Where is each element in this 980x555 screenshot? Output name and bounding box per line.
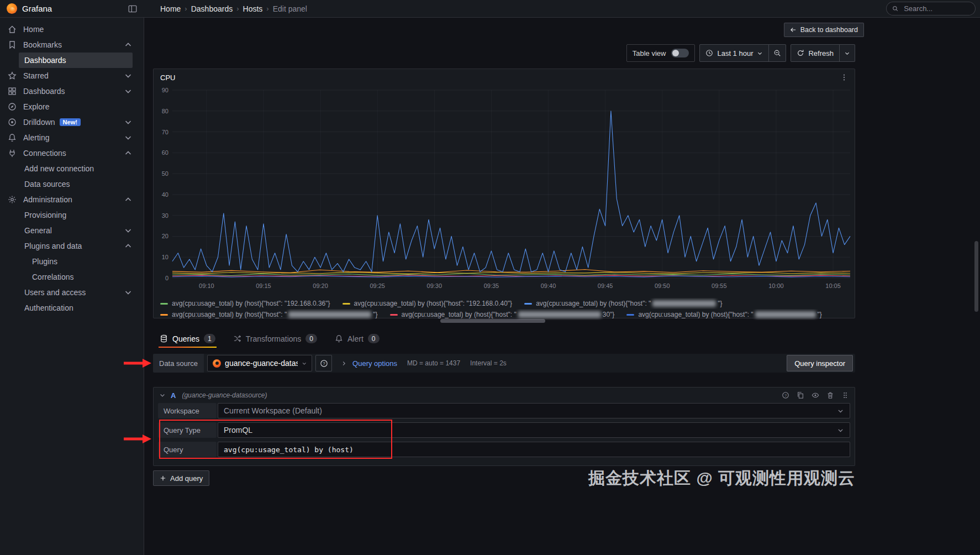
sidebar-item-alerting[interactable]: Alerting (0, 130, 144, 145)
svg-text:09:40: 09:40 (541, 282, 556, 289)
query-type-label: Query Type (158, 422, 217, 438)
sidebar-item-bookmarks[interactable]: Bookmarks (0, 37, 144, 53)
sidebar-item-authentication[interactable]: Authentication (0, 300, 144, 316)
sidebar-toggle-icon[interactable] (128, 4, 138, 14)
tab-count-badge: 1 (204, 334, 215, 343)
refresh-controls: Refresh (791, 44, 855, 62)
bell-icon (335, 334, 343, 343)
sidebar-item-data-sources[interactable]: Data sources (0, 176, 144, 192)
tab-count-badge: 0 (368, 334, 380, 343)
toggle-visibility-icon[interactable] (812, 391, 819, 399)
breadcrumb-item[interactable]: Dashboards (191, 4, 233, 13)
legend-label: avg(cpu:usage_total) by (host){"host": "… (354, 300, 513, 307)
query-ref-id: A (171, 391, 176, 400)
sidebar-item-label: Bookmarks (23, 40, 62, 49)
svg-text:80: 80 (162, 108, 168, 114)
legend-label-suffix: "} (373, 311, 377, 318)
breadcrumb-item[interactable]: Home (160, 4, 181, 13)
sidebar-item-add-new-connection[interactable]: Add new connection (0, 161, 144, 176)
back-arrow-icon (790, 27, 797, 33)
sidebar-item-plugins-and-data[interactable]: Plugins and data (0, 238, 144, 254)
sidebar-item-provisioning[interactable]: Provisioning (0, 207, 144, 223)
drag-handle-icon[interactable] (841, 391, 849, 399)
horizontal-scrollbar-thumb[interactable] (440, 319, 545, 323)
time-range-label: Last 1 hour (717, 49, 753, 57)
legend-item-host-redacted-red[interactable]: avg(cpu:usage_total) by (host){"host": "… (390, 311, 615, 318)
legend-label-suffix: "} (818, 311, 822, 318)
query-actions: ? (782, 391, 849, 399)
collapse-chevron-icon[interactable] (159, 392, 166, 399)
sidebar-item-drilldown[interactable]: DrilldownNew! (0, 114, 144, 130)
bookmark-icon (8, 40, 17, 49)
chevron-up-icon (124, 195, 133, 204)
vertical-scrollbar-thumb[interactable] (974, 241, 978, 312)
chart-legend: avg(cpu:usage_total) by (host){"host": "… (154, 297, 855, 320)
svg-text:09:20: 09:20 (313, 282, 328, 289)
query-input[interactable]: avg(cpu:usage_total) by (host) (218, 442, 850, 457)
sidebar-item-dashboards[interactable]: Dashboards (0, 83, 144, 99)
table-view-switch[interactable] (671, 49, 689, 57)
legend-item-host-192-168-0-40[interactable]: avg(cpu:usage_total) by (host){"host": "… (343, 300, 513, 307)
sidebar-item-starred[interactable]: Starred (0, 68, 144, 83)
tab-transformations[interactable]: Transformations0 (232, 329, 318, 348)
legend-item-host-redacted-blue[interactable]: avg(cpu:usage_total) by (host){"host": "… (524, 300, 723, 307)
add-query-label: Add query (170, 474, 203, 483)
sidebar-item-label: Authentication (24, 303, 73, 312)
sidebar-item-correlations[interactable]: Correlations (0, 269, 144, 285)
plug-icon (8, 149, 17, 158)
sidebar-item-users-and-access[interactable]: Users and access (0, 285, 144, 300)
interval-stat: Interval = 2s (470, 359, 507, 367)
cpu-time-series-chart[interactable]: 010203040506070809009:1009:1509:2009:250… (154, 86, 855, 296)
query-type-select[interactable]: PromQL (218, 422, 850, 438)
query-inspector-button[interactable]: Query inspector (787, 355, 853, 371)
workspace-select[interactable]: Current Workspace (Default) (218, 403, 850, 418)
sidebar-item-administration[interactable]: Administration (0, 192, 144, 207)
legend-item-host-redacted-orange[interactable]: avg(cpu:usage_total) by (host){"host": "… (160, 311, 378, 318)
legend-item-host-redacted-navy[interactable]: avg(cpu:usage_total) by (host){"host": "… (626, 311, 822, 318)
sidebar-item-general[interactable]: General (0, 223, 144, 238)
sidebar-item-home[interactable]: Home (0, 22, 144, 37)
drilldown-icon (8, 118, 17, 127)
chevron-down-icon (124, 133, 133, 142)
panel-menu-icon[interactable] (840, 74, 848, 81)
sidebar-item-plugins[interactable]: Plugins (0, 254, 144, 269)
tab-queries[interactable]: Queries1 (159, 329, 217, 348)
sidebar-item-explore[interactable]: Explore (0, 99, 144, 114)
max-data-points-stat: MD = auto = 1437 (407, 359, 460, 367)
zoom-out-button[interactable] (768, 44, 786, 62)
sidebar-item-label: General (24, 226, 52, 235)
search-box[interactable] (886, 2, 976, 15)
duplicate-query-icon[interactable] (797, 391, 804, 399)
legend-item-host-192-168-0-36[interactable]: avg(cpu:usage_total) by (host){"host": "… (160, 300, 330, 307)
tab-alert[interactable]: Alert0 (334, 329, 380, 348)
svg-text:09:35: 09:35 (484, 282, 499, 289)
delete-query-icon[interactable] (826, 391, 834, 399)
query-row: Query avg(cpu:usage_total) by (host) (158, 442, 850, 457)
refresh-interval-dropdown[interactable] (839, 44, 855, 62)
plus-icon (160, 475, 166, 481)
datasource-help-button[interactable]: ? (315, 355, 332, 371)
sidebar-item-label: Correlations (32, 273, 73, 281)
sidebar-item-label: Administration (23, 195, 72, 204)
legend-series-color (524, 303, 532, 305)
legend-series-color (390, 314, 398, 316)
sidebar-item-label: Drilldown (23, 118, 55, 127)
query-options-toggle[interactable]: Query options MD = auto = 1437 Interval … (341, 359, 507, 368)
breadcrumb-item[interactable]: Hosts (243, 4, 263, 13)
search-input[interactable] (903, 4, 970, 13)
svg-text:?: ? (323, 361, 325, 366)
query-editor-row: A (guance-guance-datasource) ? Workspace… (153, 387, 855, 466)
add-query-button[interactable]: Add query (153, 470, 209, 486)
query-type-row: Query Type PromQL (158, 422, 850, 438)
back-to-dashboard-button[interactable]: Back to dashboard (784, 23, 864, 37)
sidebar-item-dashboards[interactable]: Dashboards (19, 53, 133, 68)
time-range-picker[interactable]: Last 1 hour (699, 44, 769, 62)
chevron-down-icon (124, 87, 133, 96)
gear-icon (8, 195, 17, 204)
panel-title: CPU (160, 74, 175, 82)
datasource-picker[interactable]: guance-guance-datasou (207, 355, 312, 371)
query-help-icon[interactable]: ? (782, 391, 789, 399)
sidebar-item-connections[interactable]: Connections (0, 145, 144, 161)
refresh-button[interactable]: Refresh (791, 44, 840, 62)
datasource-hint: (guance-guance-datasource) (182, 391, 267, 399)
